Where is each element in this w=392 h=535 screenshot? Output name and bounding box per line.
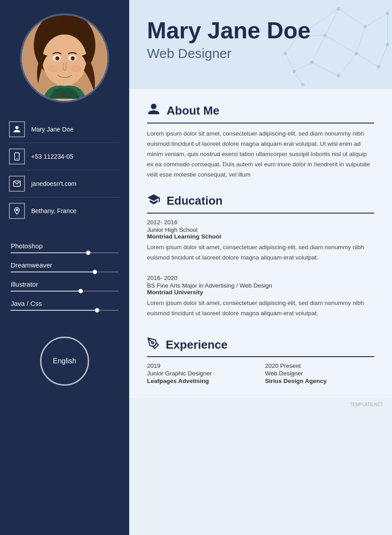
network-decoration bbox=[258, 0, 392, 89]
skill-illustrator-bar bbox=[11, 291, 118, 292]
edu-2-years: 2016- 2020 bbox=[147, 275, 374, 281]
svg-point-9 bbox=[72, 57, 74, 59]
svg-line-25 bbox=[312, 62, 339, 76]
svg-point-15 bbox=[16, 209, 18, 211]
svg-rect-12 bbox=[15, 153, 20, 160]
contact-section: Mary Jane Doe +53 112234-05 janedoesn't.… bbox=[0, 103, 129, 233]
skill-javacss-dot bbox=[95, 308, 99, 313]
svg-point-38 bbox=[377, 65, 380, 69]
contact-location-text: Bethany, France bbox=[31, 207, 77, 214]
contact-phone-text: +53 112234-05 bbox=[31, 153, 74, 160]
sidebar: Mary Jane Doe +53 112234-05 janedoesn't.… bbox=[0, 0, 129, 535]
edu-1-years: 2012- 2016 bbox=[147, 219, 374, 226]
skill-photoshop-fill bbox=[11, 252, 88, 253]
svg-point-8 bbox=[57, 57, 59, 59]
main-content: Mary Jane Doe Web Designer About Me Lore… bbox=[129, 0, 392, 535]
skill-photoshop-bar bbox=[11, 252, 118, 253]
exp-2-year: 2020 Present bbox=[265, 362, 374, 369]
contact-name-text: Mary Jane Doe bbox=[31, 126, 74, 133]
svg-point-33 bbox=[337, 7, 340, 11]
edu-2-school: Montriad University bbox=[147, 289, 374, 296]
contact-location-item: Bethany, France bbox=[9, 198, 120, 224]
exp-1-company: Leafpages Advetising bbox=[147, 378, 256, 384]
exp-1-year: 2019 bbox=[147, 362, 256, 369]
education-title: Education bbox=[167, 194, 223, 208]
skill-illustrator-dot bbox=[78, 289, 83, 293]
watermark: TEMPLATE.NET bbox=[129, 398, 392, 412]
about-section: About Me Lorem ipsum dolor sit amet, con… bbox=[147, 103, 374, 180]
education-header: Education bbox=[147, 193, 374, 214]
edu-entry-1: 2012- 2016 Junior High School Montriad L… bbox=[147, 219, 374, 263]
experience-title: Experience bbox=[166, 338, 228, 352]
skill-illustrator: Illustrator bbox=[11, 280, 118, 292]
svg-point-35 bbox=[386, 12, 389, 15]
contact-phone-item: +53 112234-05 bbox=[9, 143, 120, 170]
exp-1-role: Junior Graphic Designer bbox=[147, 370, 256, 377]
exp-entry-1: 2019 Junior Graphic Designer Leafpages A… bbox=[147, 362, 256, 384]
avatar bbox=[20, 13, 109, 103]
skill-illustrator-label: Illustrator bbox=[11, 280, 118, 288]
skill-photoshop: Photoshop bbox=[11, 242, 118, 253]
about-title: About Me bbox=[167, 104, 219, 118]
edu-1-degree: Junior High School bbox=[147, 226, 374, 233]
skill-dreamweaver-dot bbox=[93, 270, 97, 274]
skill-photoshop-label: Photoshop bbox=[11, 242, 118, 250]
about-icon bbox=[147, 103, 160, 119]
exp-2-company: Sirius Design Agency bbox=[265, 378, 374, 384]
header-title: Web Designer bbox=[147, 46, 374, 61]
skill-javacss-fill bbox=[11, 310, 97, 311]
svg-point-10 bbox=[48, 65, 58, 72]
exp-entry-2: 2020 Present Web Designer Sirius Design … bbox=[265, 362, 374, 384]
phone-icon bbox=[9, 148, 25, 165]
contact-email-text: janedoesn't.com bbox=[31, 180, 77, 187]
edu-2-text: Lorem ipsum dolor sit amet, consectetuer… bbox=[147, 298, 374, 319]
svg-point-11 bbox=[71, 65, 82, 72]
language-section: English bbox=[40, 337, 89, 386]
skill-dreamweaver: Dreamweaver bbox=[11, 261, 118, 272]
svg-point-40 bbox=[310, 61, 314, 64]
svg-line-28 bbox=[294, 71, 303, 85]
experience-icon bbox=[147, 337, 159, 353]
language-label: English bbox=[53, 357, 76, 365]
svg-point-43 bbox=[301, 83, 305, 86]
svg-point-42 bbox=[292, 70, 296, 73]
skill-illustrator-fill bbox=[11, 291, 81, 292]
skill-dreamweaver-label: Dreamweaver bbox=[11, 261, 118, 269]
location-icon bbox=[9, 203, 25, 219]
skill-photoshop-dot bbox=[86, 251, 90, 255]
education-icon bbox=[147, 193, 160, 209]
skill-javacss-label: Java / Css bbox=[11, 300, 118, 307]
language-circle: English bbox=[40, 337, 89, 386]
skills-section: Photoshop Dreamweaver Illustrator Java /… bbox=[0, 233, 129, 328]
contact-email-item: janedoesn't.com bbox=[9, 170, 120, 198]
experience-header: Experience bbox=[147, 337, 374, 357]
skill-javacss: Java / Css bbox=[11, 300, 118, 311]
svg-point-41 bbox=[337, 74, 340, 78]
edu-1-school: Montriad Learning School bbox=[147, 233, 374, 240]
experience-section: Experience 2019 Junior Graphic Designer … bbox=[147, 337, 374, 384]
content-body: About Me Lorem ipsum dolor sit amet, con… bbox=[129, 89, 392, 398]
svg-point-46 bbox=[152, 342, 154, 344]
skill-dreamweaver-bar bbox=[11, 272, 118, 272]
person-icon bbox=[9, 121, 25, 137]
skill-dreamweaver-fill bbox=[11, 272, 95, 272]
header-name: Mary Jane Doe bbox=[147, 18, 374, 43]
edu-2-degree: BS Fine Arts Major in Advertising / Web … bbox=[147, 282, 374, 289]
edu-entry-2: 2016- 2020 BS Fine Arts Major in Adverti… bbox=[147, 275, 374, 319]
skill-javacss-bar bbox=[11, 310, 118, 311]
contact-name-item: Mary Jane Doe bbox=[9, 116, 120, 143]
svg-point-39 bbox=[386, 43, 389, 46]
exp-2-role: Web Designer bbox=[265, 370, 374, 377]
email-icon bbox=[9, 176, 25, 192]
education-section: Education 2012- 2016 Junior High School … bbox=[147, 193, 374, 325]
experience-grid: 2019 Junior Graphic Designer Leafpages A… bbox=[147, 362, 374, 384]
about-text: Lorem ipsum dolor sit amet, consectetuer… bbox=[147, 129, 374, 180]
svg-line-27 bbox=[294, 62, 312, 71]
svg-line-22 bbox=[379, 45, 388, 67]
header-section: Mary Jane Doe Web Designer bbox=[129, 0, 392, 89]
about-header: About Me bbox=[147, 103, 374, 123]
edu-1-text: Lorem ipsum dolor sit amet, consectetuer… bbox=[147, 243, 374, 263]
